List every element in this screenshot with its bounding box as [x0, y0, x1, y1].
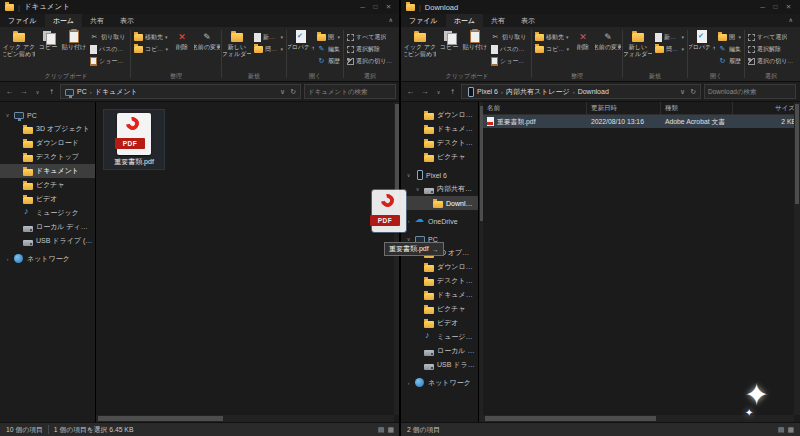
sidebar-item[interactable]: ミュージック [0, 206, 95, 220]
invert-selection-button[interactable]: 選択の切り替え [345, 55, 395, 67]
sidebar-item[interactable]: ローカル ディスク (C:) [0, 220, 95, 234]
maximize-button[interactable]: □ [369, 0, 382, 14]
new-folder-button[interactable]: 新しい フォルダー [624, 29, 652, 58]
tab-share[interactable]: 共有 [82, 14, 112, 27]
collapse-ribbon-icon[interactable]: ∧ [782, 14, 800, 27]
scrollbar-thumb[interactable] [795, 104, 799, 204]
sidebar-item[interactable]: ピクチャ [0, 178, 95, 192]
recent-locations-icon[interactable]: ∨ [433, 89, 444, 95]
select-none-button[interactable]: 選択解除 [746, 43, 796, 55]
sidebar-item[interactable]: ∨ PC [0, 108, 95, 122]
sidebar-item[interactable]: ダウンロード [401, 108, 478, 122]
vertical-scrollbar[interactable] [794, 102, 800, 415]
rename-button[interactable]: ✎ 名前の変更 [194, 29, 220, 51]
minimize-button[interactable]: ─ [356, 0, 369, 14]
sidebar-item[interactable]: ローカル ディスク (C:) [401, 344, 478, 358]
search-box[interactable] [304, 84, 396, 99]
copy-button[interactable]: コピー [36, 29, 60, 51]
select-all-button[interactable]: すべて選択 [345, 31, 395, 43]
delete-button[interactable]: ✕ 削除 [171, 29, 193, 51]
easy-access-button[interactable]: 簡単アクセス▾ [653, 43, 686, 55]
cut-button[interactable]: ✂切り取り [88, 31, 129, 43]
close-button[interactable]: ✕ [782, 0, 795, 14]
edit-button[interactable]: ✎編集 [716, 43, 743, 55]
tab-home[interactable]: ホーム [446, 14, 483, 27]
new-item-button[interactable]: 新しいアイテム▾ [653, 31, 686, 43]
horizontal-scrollbar[interactable] [96, 415, 394, 422]
details-view-button[interactable]: ▤ [778, 426, 785, 434]
select-none-button[interactable]: 選択解除 [345, 43, 395, 55]
search-input[interactable] [308, 88, 392, 95]
column-size[interactable]: サイズ [733, 102, 800, 114]
expand-chevron-icon[interactable]: › [405, 218, 412, 224]
refresh-icon[interactable]: ↻ [690, 88, 696, 96]
expand-chevron-icon[interactable]: ∨ [405, 172, 412, 178]
paste-shortcut-button[interactable]: ショートカットの貼り付け [88, 55, 129, 67]
sidebar-item[interactable]: USB ドライブ (D:) [401, 358, 478, 372]
expand-chevron-icon[interactable]: ∨ [4, 112, 11, 118]
up-button[interactable]: ↑ [46, 87, 57, 96]
maximize-button[interactable]: □ [769, 0, 782, 14]
file-row[interactable]: 重要書類.pdf 2022/08/10 13:16 Adobe Acrobat … [483, 115, 800, 128]
pdf-file-tile[interactable]: PDF 重要書類.pdf [104, 110, 164, 169]
pin-to-quick-access-button[interactable]: クイック アクセ スにピン留めする [3, 29, 35, 58]
search-input[interactable] [708, 88, 792, 95]
new-item-button[interactable]: 新しいアイテム▾ [252, 31, 285, 43]
search-box[interactable] [704, 84, 796, 99]
sidebar-item[interactable]: ∨ 内部共有ストレージ [401, 182, 478, 196]
expand-chevron-icon[interactable]: › [405, 380, 412, 386]
scrollbar-thumb[interactable] [98, 416, 223, 421]
sidebar-item[interactable]: ピクチャ [401, 150, 478, 164]
sidebar-item[interactable]: デスクトップ [401, 136, 478, 150]
up-button[interactable]: ↑ [447, 87, 458, 96]
breadcrumb-root[interactable]: PC [77, 88, 87, 95]
cut-button[interactable]: ✂切り取り [489, 31, 530, 43]
open-button[interactable]: 開く▾ [315, 31, 342, 43]
sidebar-item[interactable]: › ネットワーク [401, 376, 478, 390]
thumbnails-view-button[interactable]: ▦ [387, 426, 394, 434]
address-dropdown-icon[interactable]: ∨ [280, 88, 285, 96]
sidebar-item[interactable]: ダウンロード [0, 136, 95, 150]
expand-chevron-icon[interactable]: › [4, 256, 11, 262]
copy-to-button[interactable]: コピー先▾ [533, 43, 571, 55]
breadcrumb-current[interactable]: Download [578, 88, 609, 95]
edit-button[interactable]: ✎編集 [315, 43, 342, 55]
scrollbar-thumb[interactable] [485, 416, 656, 421]
drag-ghost-pdf[interactable]: PDF 重要書類.pdf → [372, 190, 406, 232]
sidebar-item[interactable]: ビデオ [0, 192, 95, 206]
move-to-button[interactable]: 移動先▾ [132, 31, 170, 43]
tab-view[interactable]: 表示 [513, 14, 543, 27]
rename-button[interactable]: ✎ 名前の変更 [595, 29, 621, 51]
sidebar-item[interactable]: デスクトップ [0, 150, 95, 164]
forward-button[interactable]: → [419, 87, 430, 96]
breadcrumb-root[interactable]: Pixel 6 [477, 88, 498, 95]
copy-path-button[interactable]: パスのコピー [489, 43, 530, 55]
forward-button[interactable]: → [18, 87, 29, 96]
column-name[interactable]: 名前 [483, 102, 587, 114]
open-button[interactable]: 開く▾ [716, 31, 743, 43]
back-button[interactable]: ← [4, 87, 15, 96]
tab-view[interactable]: 表示 [112, 14, 142, 27]
breadcrumb-mid[interactable]: 内部共有ストレージ [506, 87, 570, 97]
easy-access-button[interactable]: 簡単アクセス▾ [252, 43, 285, 55]
sidebar-item[interactable]: デスクトップ [401, 274, 478, 288]
address-dropdown-icon[interactable]: ∨ [680, 88, 685, 96]
recent-locations-icon[interactable]: ∨ [32, 89, 43, 95]
properties-button[interactable]: プロパティ [288, 29, 314, 51]
sidebar-item[interactable]: ピクチャ [401, 302, 478, 316]
tab-home[interactable]: ホーム [45, 14, 82, 27]
close-button[interactable]: ✕ [382, 0, 395, 14]
tab-file[interactable]: ファイル [401, 14, 446, 27]
tab-share[interactable]: 共有 [483, 14, 513, 27]
copy-to-button[interactable]: コピー先▾ [132, 43, 170, 55]
sidebar-item[interactable]: USB ドライブ (D:) [0, 234, 95, 248]
breadcrumb[interactable]: PC › ドキュメント ∨ ↻ [60, 84, 301, 99]
minimize-button[interactable]: ─ [756, 0, 769, 14]
column-date-modified[interactable]: 更新日時 [587, 102, 661, 114]
sidebar-item[interactable]: ダウンロード [401, 260, 478, 274]
copy-button[interactable]: コピー [437, 29, 461, 51]
expand-chevron-icon[interactable]: ∨ [414, 186, 421, 192]
tab-file[interactable]: ファイル [0, 14, 45, 27]
breadcrumb-current[interactable]: ドキュメント [95, 87, 138, 97]
paste-button[interactable]: 貼り付け [61, 29, 87, 51]
